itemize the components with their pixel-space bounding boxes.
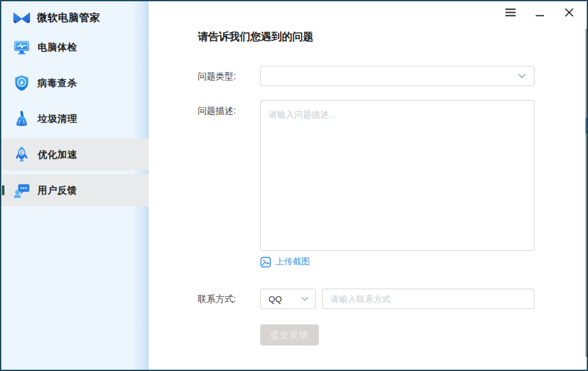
selected-indicator bbox=[2, 185, 4, 195]
sidebar-item-speed-boost[interactable]: C 优化加速 bbox=[1, 139, 149, 170]
upload-screenshot-link[interactable]: 上传截图 bbox=[260, 256, 310, 268]
sidebar-item-label: 用户反馈 bbox=[38, 185, 77, 197]
hamburger-menu-icon bbox=[505, 8, 516, 19]
minimize-icon bbox=[536, 9, 544, 19]
app-window: 微软电脑管家 电脑体检 bbox=[0, 0, 588, 371]
scrollbar-thumb[interactable] bbox=[585, 118, 587, 133]
pc-checkup-icon bbox=[13, 38, 31, 56]
sidebar: 微软电脑管家 电脑体检 bbox=[1, 1, 149, 370]
problem-desc-textarea[interactable] bbox=[260, 100, 534, 251]
sidebar-item-label: 垃圾清理 bbox=[38, 113, 77, 125]
app-logo-icon bbox=[13, 9, 31, 27]
upload-image-icon bbox=[260, 257, 271, 268]
sidebar-item-label: 电脑体检 bbox=[38, 42, 77, 54]
chevron-down-icon bbox=[301, 296, 309, 301]
main-panel: 请告诉我们您遇到的问题 问题类型: 问题描述: 上传截图 bbox=[149, 1, 587, 370]
sidebar-item-label: 优化加速 bbox=[38, 149, 77, 161]
app-logo-row: 微软电脑管家 bbox=[13, 9, 100, 27]
scrollbar-track[interactable] bbox=[585, 29, 587, 357]
window-controls bbox=[500, 5, 579, 22]
close-button[interactable] bbox=[559, 5, 579, 22]
sidebar-item-label: 病毒查杀 bbox=[38, 77, 77, 89]
svg-text:C: C bbox=[20, 150, 24, 156]
contact-label: 联系方式: bbox=[198, 289, 236, 309]
page-title: 请告诉我们您遇到的问题 bbox=[198, 30, 314, 44]
sidebar-item-pc-checkup[interactable]: 电脑体检 bbox=[1, 31, 149, 63]
virus-scan-icon bbox=[13, 74, 31, 92]
app-title: 微软电脑管家 bbox=[37, 11, 100, 25]
close-icon bbox=[564, 8, 574, 19]
chevron-down-icon bbox=[518, 73, 526, 79]
sidebar-item-virus-scan[interactable]: 病毒查杀 bbox=[1, 67, 149, 99]
sidebar-nav: 电脑体检 病毒查杀 bbox=[1, 31, 149, 210]
problem-desc-label: 问题描述: bbox=[198, 100, 236, 121]
menu-button[interactable] bbox=[500, 5, 520, 22]
problem-type-select[interactable] bbox=[260, 66, 534, 86]
sidebar-item-junk-cleanup[interactable]: 垃圾清理 bbox=[1, 103, 149, 135]
upload-screenshot-label: 上传截图 bbox=[276, 256, 310, 268]
junk-cleanup-icon bbox=[13, 110, 31, 128]
submit-feedback-button[interactable]: 提交反馈 bbox=[260, 324, 319, 345]
minimize-button[interactable] bbox=[529, 5, 550, 22]
user-feedback-icon bbox=[13, 181, 31, 199]
speed-boost-icon: C bbox=[13, 146, 31, 163]
problem-type-label: 问题类型: bbox=[198, 66, 236, 86]
contact-method-select[interactable]: QQ bbox=[260, 289, 316, 309]
contact-input[interactable] bbox=[322, 289, 534, 309]
sidebar-item-user-feedback[interactable]: 用户反馈 bbox=[1, 174, 149, 206]
contact-method-value: QQ bbox=[268, 294, 301, 304]
